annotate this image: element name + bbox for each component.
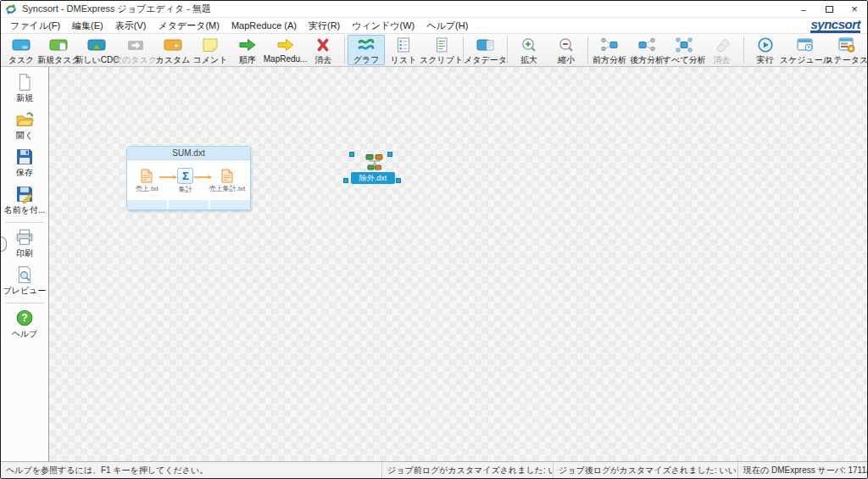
- menu-metadata[interactable]: メタデータ(M): [152, 18, 225, 33]
- toolbar-button-mapreduce[interactable]: MapRedu...: [266, 35, 304, 65]
- toolbar-button-schedule[interactable]: スケジュール: [784, 35, 828, 65]
- zoom-out-icon: [555, 36, 577, 53]
- menu-run[interactable]: 実行(R): [303, 18, 346, 33]
- toolbar-button-label: グラフ: [353, 54, 380, 66]
- sidebar-button-help[interactable]: ? ヘルプ: [3, 306, 47, 343]
- minimize-button[interactable]: –: [791, 1, 816, 17]
- toolbar-button-zoom-out[interactable]: 縮小: [548, 35, 585, 65]
- status-pre-log: ジョブ前ログがカスタマイズされました: いいえ: [382, 462, 554, 478]
- flow-arrow-icon: [159, 173, 178, 181]
- toolbar-button-zoom-in[interactable]: 拡大: [510, 35, 548, 65]
- aggregate-task-node[interactable]: Σ 集計: [177, 168, 193, 194]
- sidebar-button-label: プレビュー: [3, 285, 47, 297]
- sidebar-button-label: ヘルプ: [12, 328, 38, 340]
- toolbar-button-metadata[interactable]: メタデータ: [466, 35, 504, 65]
- toolbar-separator: [587, 36, 588, 64]
- analyze-all-icon: [673, 36, 695, 53]
- toolbar-button-label: カスタム: [155, 54, 190, 66]
- toolbar-button-new-task[interactable]: 新規タスク: [40, 35, 78, 65]
- toolbar-separator: [743, 36, 744, 64]
- toolbar-button-analyze-forward[interactable]: 前方分析: [591, 35, 628, 65]
- menu-mapreduce[interactable]: MapReduce (A): [225, 18, 303, 33]
- toolbar-separator: [344, 36, 345, 64]
- open-folder-icon: [15, 110, 34, 129]
- close-button[interactable]: ×: [842, 1, 867, 17]
- minimize-icon: –: [801, 4, 806, 14]
- toolbar-button-script-view[interactable]: スクリプト: [422, 35, 460, 65]
- toolbar-button-custom[interactable]: カスタム: [154, 35, 192, 65]
- toolbar-button-task[interactable]: タスク: [3, 35, 40, 65]
- menu-window[interactable]: ウィンドウ(W): [346, 18, 420, 33]
- sidebar-separator: [5, 303, 44, 304]
- toolbar-button-graph-view[interactable]: グラフ: [348, 35, 385, 65]
- custom-task-icon: [162, 36, 184, 53]
- menu-view[interactable]: 表示(V): [109, 18, 153, 33]
- zoom-in-icon: [518, 36, 540, 53]
- sidebar-button-print[interactable]: 印刷: [3, 226, 47, 263]
- mapreduce-arrow-icon: [275, 36, 297, 53]
- toolbar-button-status[interactable]: ステータス: [827, 35, 865, 65]
- title-bar: Syncsort - DMExpress ジョブエディタ - 無題 – ×: [1, 1, 867, 18]
- sidebar-button-preview[interactable]: プレビュー: [3, 263, 47, 300]
- sidebar-button-save[interactable]: 保存: [3, 145, 47, 182]
- toolbar-button-label: 前方分析: [593, 54, 626, 66]
- toolbar-button-analyze-all[interactable]: すべて分析: [665, 35, 704, 65]
- toolbar-button-list-view[interactable]: リスト: [385, 35, 422, 65]
- toolbar-button-new-cdc[interactable]: 新しいCDC: [78, 35, 117, 65]
- status-bar: ヘルプを参照するには、F1 キーを押してください。 ジョブ前ログがカスタマイズさ…: [1, 461, 867, 478]
- toolbar-button-label: MapRedu...: [264, 54, 308, 64]
- order-arrow-icon: [236, 36, 259, 53]
- document-icon: [221, 169, 233, 183]
- toolbar-button-order[interactable]: 順序: [229, 35, 266, 65]
- task-box-sum[interactable]: SUM.dxt 売上.txt Σ 集計 売上集計.txt: [126, 146, 251, 210]
- selection-handle[interactable]: [387, 152, 392, 157]
- analyze-forward-icon: [598, 36, 620, 53]
- metadata-icon: [475, 36, 497, 53]
- toolbar-button-label: タスク: [8, 54, 35, 66]
- menu-edit[interactable]: 編集(E): [66, 18, 109, 33]
- toolbar-button-label: 縮小: [558, 54, 575, 66]
- selection-handle[interactable]: [349, 152, 354, 157]
- close-icon: ×: [851, 3, 858, 15]
- toolbar-separator: [507, 36, 508, 64]
- main-area: 新規 開く 保存 名前を付... 印刷 プレビュー: [1, 67, 867, 461]
- clear-x-icon: [312, 36, 334, 53]
- list-view-icon: [392, 36, 415, 53]
- next-task-icon: [125, 36, 147, 53]
- menu-file[interactable]: ファイル(F): [4, 18, 66, 33]
- status-help-text: ヘルプを参照するには、F1 キーを押してください。: [1, 462, 382, 478]
- new-cdc-icon: [86, 36, 108, 53]
- sidebar-button-save-as[interactable]: 名前を付...: [3, 182, 47, 220]
- toolbar-button-label: 拡大: [520, 54, 537, 66]
- menu-help[interactable]: ヘルプ(H): [420, 18, 474, 33]
- new-file-icon: [15, 73, 34, 92]
- status-icon: [836, 36, 858, 53]
- target-file-node[interactable]: 売上集計.txt: [213, 169, 242, 193]
- toolbar-button-run[interactable]: 実行: [747, 35, 784, 65]
- toolbar: タスク 新規タスク 新しいCDC 次のタスク カスタム コメント 順序 Map: [1, 34, 867, 67]
- toolbar-button-label: 新規タスク: [37, 54, 81, 66]
- maximize-icon: [826, 6, 833, 13]
- toolbar-button-analyze-backward[interactable]: 後方分析: [628, 35, 665, 65]
- run-icon: [754, 36, 776, 53]
- status-post-log: ジョブ後ログがカスタマイズされました: いいえ: [554, 462, 738, 478]
- sidebar-button-new[interactable]: 新規: [3, 70, 47, 108]
- toolbar-button-clear[interactable]: 消去: [304, 35, 342, 65]
- job-node-icon[interactable]: [364, 153, 386, 170]
- sidebar: 新規 開く 保存 名前を付... 印刷 プレビュー: [1, 67, 49, 461]
- sidebar-button-open[interactable]: 開く: [3, 108, 47, 145]
- selection-handle[interactable]: [343, 178, 348, 183]
- schedule-icon: [794, 36, 816, 53]
- maximize-button[interactable]: [816, 1, 842, 17]
- flow-arrow-icon: [193, 173, 213, 181]
- job-canvas[interactable]: SUM.dxt 売上.txt Σ 集計 売上集計.txt: [49, 67, 867, 461]
- toolbar-button-comment[interactable]: コメント: [192, 35, 229, 65]
- eraser-icon: [711, 36, 733, 53]
- sidebar-button-label: 印刷: [16, 248, 33, 259]
- selection-handle[interactable]: [396, 178, 401, 183]
- sidebar-button-label: 名前を付...: [4, 204, 46, 216]
- aggregate-task-label: 集計: [179, 185, 192, 194]
- task-box-title[interactable]: SUM.dxt: [127, 147, 250, 160]
- source-file-node[interactable]: 売上.txt: [136, 169, 159, 193]
- job-node-label[interactable]: 除外.dxt: [351, 172, 395, 184]
